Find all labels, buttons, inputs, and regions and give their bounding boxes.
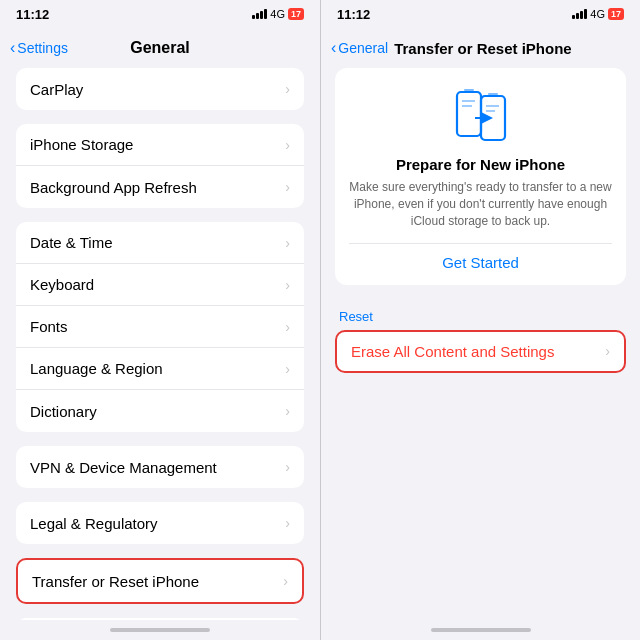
left-status-time: 11:12: [16, 7, 49, 22]
left-group-vpn: VPN & Device Management ›: [16, 446, 304, 488]
left-row-keyboard[interactable]: Keyboard ›: [16, 264, 304, 306]
left-row-legal[interactable]: Legal & Regulatory ›: [16, 502, 304, 544]
left-group-storage: iPhone Storage › Background App Refresh …: [16, 124, 304, 208]
left-back-label: Settings: [17, 40, 68, 56]
svg-rect-1: [464, 89, 474, 91]
transfer-phones-icon: [455, 86, 507, 144]
prepare-title: Prepare for New iPhone: [396, 156, 565, 173]
svg-rect-5: [488, 93, 498, 95]
left-settings-content: CarPlay › iPhone Storage › Background Ap…: [0, 68, 320, 620]
right-nav-title: Transfer or Reset iPhone: [394, 40, 572, 57]
signal-bar-4: [264, 9, 267, 19]
left-home-indicator: [0, 620, 320, 640]
left-row-background-refresh-label: Background App Refresh: [30, 179, 197, 196]
left-row-vpn-chevron: ›: [285, 459, 290, 475]
left-row-iphone-storage-label: iPhone Storage: [30, 136, 133, 153]
left-row-legal-chevron: ›: [285, 515, 290, 531]
left-row-vpn[interactable]: VPN & Device Management ›: [16, 446, 304, 488]
reset-section-label: Reset: [335, 305, 626, 330]
left-back-button[interactable]: ‹ Settings: [10, 39, 68, 57]
right-signal-bar-4: [584, 9, 587, 19]
left-card-locale: Date & Time › Keyboard › Fonts › Languag…: [16, 222, 304, 432]
signal-bar-3: [260, 11, 263, 19]
right-signal-bars: [572, 9, 587, 19]
left-group-transfer: Transfer or Reset iPhone ›: [16, 558, 304, 604]
left-row-fonts-chevron: ›: [285, 319, 290, 335]
left-row-language-region-chevron: ›: [285, 361, 290, 377]
left-row-language-region-label: Language & Region: [30, 360, 163, 377]
left-signal-bars: [252, 9, 267, 19]
left-home-bar: [110, 628, 210, 632]
right-back-label: General: [338, 40, 388, 56]
get-started-button[interactable]: Get Started: [349, 254, 612, 271]
right-status-icons: 4G 17: [572, 8, 624, 20]
left-card-storage: iPhone Storage › Background App Refresh …: [16, 124, 304, 208]
left-row-carplay-label: CarPlay: [30, 81, 83, 98]
left-nav-bar: ‹ Settings General: [0, 28, 320, 68]
left-row-carplay-chevron: ›: [285, 81, 290, 97]
left-network-label: 4G: [270, 8, 285, 20]
left-status-bar: 11:12 4G 17: [0, 0, 320, 28]
right-main-content: Prepare for New iPhone Make sure everyth…: [321, 68, 640, 620]
prepare-card-divider: [349, 243, 612, 244]
left-row-date-time-label: Date & Time: [30, 234, 113, 251]
right-home-indicator: [321, 620, 640, 640]
right-panel: 11:12 4G 17 ‹ General Transfer or Reset …: [320, 0, 640, 640]
phone-icon-group: [455, 86, 507, 144]
left-card-legal: Legal & Regulatory ›: [16, 502, 304, 544]
reset-section: Reset Erase All Content and Settings ›: [335, 305, 626, 373]
left-status-icons: 4G 17: [252, 8, 304, 20]
erase-row[interactable]: Erase All Content and Settings ›: [337, 332, 624, 371]
right-nav-bar: ‹ General Transfer or Reset iPhone: [321, 28, 640, 68]
left-row-dictionary-label: Dictionary: [30, 403, 97, 420]
erase-card: Erase All Content and Settings ›: [335, 330, 626, 373]
right-network-label: 4G: [590, 8, 605, 20]
erase-label: Erase All Content and Settings: [351, 343, 554, 360]
left-row-background-refresh[interactable]: Background App Refresh ›: [16, 166, 304, 208]
right-signal-bar-2: [576, 13, 579, 19]
left-card-carplay: CarPlay ›: [16, 68, 304, 110]
left-row-iphone-storage[interactable]: iPhone Storage ›: [16, 124, 304, 166]
left-row-legal-label: Legal & Regulatory: [30, 515, 158, 532]
signal-bar-2: [256, 13, 259, 19]
left-row-transfer-label: Transfer or Reset iPhone: [32, 573, 199, 590]
left-row-iphone-storage-chevron: ›: [285, 137, 290, 153]
left-row-dictionary-chevron: ›: [285, 403, 290, 419]
right-back-chevron-icon: ‹: [331, 39, 336, 57]
right-notification-badge: 17: [608, 8, 624, 20]
left-row-date-time[interactable]: Date & Time ›: [16, 222, 304, 264]
left-row-date-time-chevron: ›: [285, 235, 290, 251]
right-status-time: 11:12: [337, 7, 370, 22]
erase-chevron-icon: ›: [605, 343, 610, 359]
left-row-fonts-label: Fonts: [30, 318, 68, 335]
left-row-vpn-label: VPN & Device Management: [30, 459, 217, 476]
svg-rect-0: [457, 92, 481, 136]
prepare-description: Make sure everything's ready to transfer…: [349, 179, 612, 229]
left-group-locale: Date & Time › Keyboard › Fonts › Languag…: [16, 222, 304, 432]
right-back-button[interactable]: ‹ General: [331, 39, 388, 57]
left-row-transfer[interactable]: Transfer or Reset iPhone ›: [18, 560, 302, 602]
left-back-chevron-icon: ‹: [10, 39, 15, 57]
right-signal-bar-3: [580, 11, 583, 19]
left-row-keyboard-chevron: ›: [285, 277, 290, 293]
right-status-bar: 11:12 4G 17: [321, 0, 640, 28]
left-row-carplay[interactable]: CarPlay ›: [16, 68, 304, 110]
left-card-vpn: VPN & Device Management ›: [16, 446, 304, 488]
left-row-keyboard-label: Keyboard: [30, 276, 94, 293]
prepare-card: Prepare for New iPhone Make sure everyth…: [335, 68, 626, 285]
left-row-background-refresh-chevron: ›: [285, 179, 290, 195]
left-row-fonts[interactable]: Fonts ›: [16, 306, 304, 348]
left-card-transfer: Transfer or Reset iPhone ›: [16, 558, 304, 604]
right-signal-bar-1: [572, 15, 575, 19]
left-panel: 11:12 4G 17 ‹ Settings General CarPlay: [0, 0, 320, 640]
left-row-language-region[interactable]: Language & Region ›: [16, 348, 304, 390]
left-row-transfer-chevron: ›: [283, 573, 288, 589]
left-row-dictionary[interactable]: Dictionary ›: [16, 390, 304, 432]
left-nav-title: General: [130, 39, 190, 57]
signal-bar-1: [252, 15, 255, 19]
right-home-bar: [431, 628, 531, 632]
left-group-carplay: CarPlay ›: [16, 68, 304, 110]
left-notification-badge: 17: [288, 8, 304, 20]
left-group-legal: Legal & Regulatory ›: [16, 502, 304, 544]
